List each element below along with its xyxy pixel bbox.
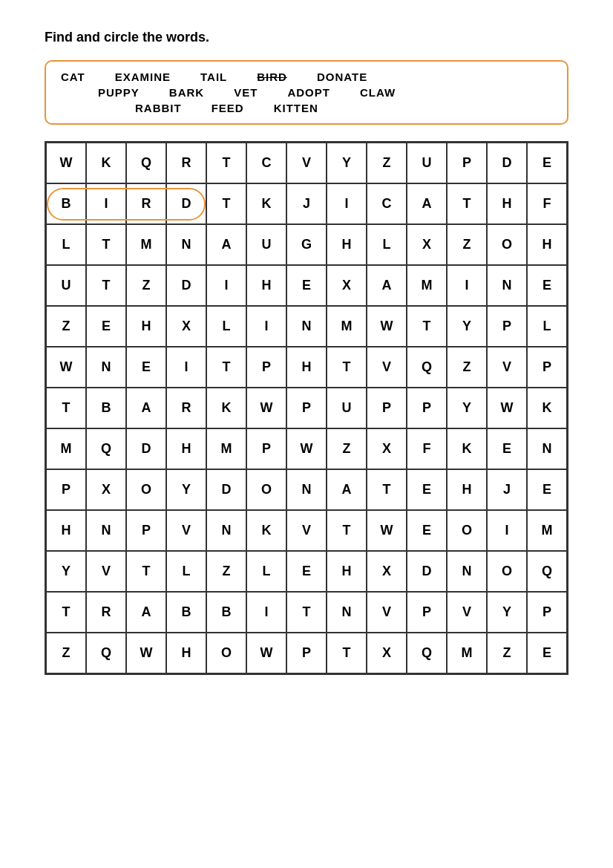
word-bank-item-bird: BIRD [257, 71, 287, 83]
grid-cell-3-9: M [407, 265, 447, 306]
grid-cell-3-2: Z [126, 265, 166, 306]
grid-cell-11-1: R [86, 592, 126, 633]
grid-cell-6-2: A [126, 388, 166, 428]
grid-cell-12-12: E [527, 633, 567, 673]
grid-cell-12-3: H [166, 633, 206, 673]
grid-cell-0-11: D [487, 143, 527, 183]
grid-cell-4-8: W [367, 306, 407, 347]
grid-cell-9-7: T [327, 510, 367, 551]
grid-cell-5-11: V [487, 347, 527, 388]
grid-cell-2-0: L [46, 224, 86, 265]
grid-cell-6-12: K [527, 388, 567, 428]
grid-cell-2-9: X [407, 224, 447, 265]
word-bank-item-examine: EXAMINE [115, 71, 171, 83]
grid-cell-7-3: H [166, 428, 206, 469]
grid-cell-5-9: Q [407, 347, 447, 388]
instruction-text: Find and circle the words. [45, 30, 568, 45]
word-bank-item-donate: DONATE [317, 71, 367, 83]
grid-cell-9-2: P [126, 510, 166, 551]
grid-cell-3-12: E [527, 265, 567, 306]
grid-cell-3-4: I [206, 265, 246, 306]
grid-cell-3-7: X [327, 265, 367, 306]
grid-cell-3-6: E [286, 265, 327, 306]
grid-cell-11-9: P [407, 592, 447, 633]
grid-cell-4-1: E [86, 306, 126, 347]
word-bank-row-0: CATEXAMINETAILBIRDDONATE [61, 71, 552, 83]
grid-cell-11-10: V [447, 592, 487, 633]
grid-cell-7-10: K [447, 428, 487, 469]
grid-cell-8-6: N [286, 469, 327, 510]
word-bank-item-claw: CLAW [360, 86, 396, 99]
grid-cell-2-4: A [206, 224, 246, 265]
grid-cell-3-10: I [447, 265, 487, 306]
grid-cell-10-10: N [447, 551, 487, 592]
grid-cell-10-9: D [407, 551, 447, 592]
grid-cell-9-8: W [367, 510, 407, 551]
grid-cell-4-3: X [166, 306, 206, 347]
grid-cell-9-0: H [46, 510, 86, 551]
grid-cell-4-11: P [487, 306, 527, 347]
grid-cell-8-8: T [367, 469, 407, 510]
grid-cell-4-5: I [246, 306, 286, 347]
word-bank-item-puppy: PUPPY [98, 86, 140, 99]
grid-cell-10-0: Y [46, 551, 86, 592]
grid-cell-0-10: P [447, 143, 487, 183]
grid-cell-5-0: W [46, 347, 86, 388]
grid-cell-12-0: Z [46, 633, 86, 673]
grid-cell-10-6: E [286, 551, 327, 592]
word-bank-item-rabbit: RABBIT [135, 102, 182, 114]
word-bank-row-2: RABBITFEEDKITTEN [61, 102, 552, 114]
word-bank-item-bark: BARK [169, 86, 204, 99]
grid-cell-8-11: J [487, 469, 527, 510]
grid-cell-7-12: N [527, 428, 567, 469]
grid-cell-8-1: X [86, 469, 126, 510]
grid-cell-0-3: R [166, 143, 206, 183]
grid-cell-0-4: T [206, 143, 246, 183]
grid-cell-8-3: Y [166, 469, 206, 510]
grid-cell-8-5: O [246, 469, 286, 510]
grid-cell-10-8: X [367, 551, 407, 592]
grid-cell-8-10: H [447, 469, 487, 510]
grid-cell-3-11: N [487, 265, 527, 306]
grid-cell-1-3: D [166, 183, 206, 224]
grid-cell-12-11: Z [487, 633, 527, 673]
grid-cell-3-3: D [166, 265, 206, 306]
grid-cell-8-2: O [126, 469, 166, 510]
grid-cell-11-5: I [246, 592, 286, 633]
grid-cell-2-2: M [126, 224, 166, 265]
word-bank: CATEXAMINETAILBIRDDONATEPUPPYBARKVETADOP… [45, 60, 568, 125]
grid-cell-2-6: G [286, 224, 327, 265]
grid-cell-5-6: H [286, 347, 327, 388]
grid-cell-11-12: P [527, 592, 567, 633]
word-bank-item-adopt: ADOPT [287, 86, 330, 99]
grid-cell-9-11: I [487, 510, 527, 551]
grid-cell-3-5: H [246, 265, 286, 306]
grid-cell-0-12: E [527, 143, 567, 183]
grid-cell-6-11: W [487, 388, 527, 428]
grid-cell-6-3: R [166, 388, 206, 428]
grid-cell-5-1: N [86, 347, 126, 388]
grid-cell-3-8: A [367, 265, 407, 306]
grid-cell-6-5: W [246, 388, 286, 428]
grid-row-8: PXOYDONATEHJE [46, 469, 567, 510]
grid-row-3: UTZDIHEXAMINE [46, 265, 567, 306]
grid-cell-12-2: W [126, 633, 166, 673]
grid-cell-12-1: Q [86, 633, 126, 673]
grid-cell-12-4: O [206, 633, 246, 673]
grid-cell-5-3: I [166, 347, 206, 388]
grid-cell-7-0: M [46, 428, 86, 469]
grid-cell-11-3: B [166, 592, 206, 633]
grid-cell-2-12: H [527, 224, 567, 265]
grid-cell-4-0: Z [46, 306, 86, 347]
grid-row-5: WNEITPHTVQZVP [46, 347, 567, 388]
grid-cell-0-6: V [286, 143, 327, 183]
grid-cell-5-10: Z [447, 347, 487, 388]
grid-cell-2-1: T [86, 224, 126, 265]
grid-cell-2-3: N [166, 224, 206, 265]
grid-cell-0-7: Y [327, 143, 367, 183]
grid-cell-2-8: L [367, 224, 407, 265]
grid-cell-2-11: O [487, 224, 527, 265]
grid-row-6: TBARKWPUPPYWK [46, 388, 567, 428]
grid-cell-1-4: T [206, 183, 246, 224]
grid-cell-10-7: H [327, 551, 367, 592]
